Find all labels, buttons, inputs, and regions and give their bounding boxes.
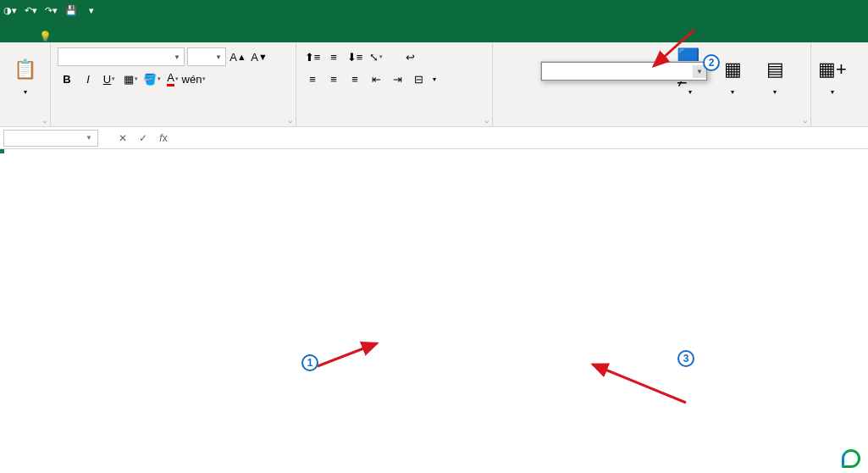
paste-button[interactable]: 📋 ▾ (5, 45, 45, 106)
italic-button[interactable]: I (79, 70, 97, 88)
ribbon-tabs: 💡 (0, 21, 868, 42)
align-right-icon[interactable]: ≡ (346, 70, 364, 88)
table-format-icon: ▦ (719, 56, 746, 83)
phonetic-button[interactable]: wén (185, 70, 203, 88)
group-label-clipboard (0, 124, 50, 126)
callout-2: 2 (703, 54, 720, 71)
cancel-icon[interactable]: ✕ (113, 130, 132, 147)
number-format-dropdown: ▼ (540, 61, 708, 81)
tell-me[interactable]: 💡 (39, 31, 56, 42)
autosave-icon[interactable]: ◑▾ (3, 4, 17, 18)
group-label-alignment (296, 124, 492, 126)
title-bar: ◑▾ ↶▾ ↷▾ 💾 ▾ (0, 0, 868, 21)
qat-more-icon[interactable]: ▾ (85, 4, 98, 18)
spreadsheet-grid[interactable] (0, 149, 868, 431)
ribbon: 📋 ▾ ▼ ▼ A▲ A▼ B I U ▦ (0, 42, 868, 127)
font-size-select[interactable]: ▼ (187, 47, 226, 66)
wrap-icon: ↩ (401, 47, 419, 66)
redo-icon[interactable]: ↷▾ (44, 4, 58, 18)
indent-inc-icon[interactable]: ⇥ (388, 70, 406, 88)
align-middle-icon[interactable]: ≡ (324, 47, 343, 66)
tab-file[interactable] (0, 33, 24, 42)
border-button[interactable]: ▦ (121, 70, 140, 88)
number-format-select[interactable]: ▼ (541, 62, 707, 81)
align-center-icon[interactable]: ≡ (324, 70, 343, 88)
insert-cells-button[interactable]: ▦+ ▾ (816, 45, 849, 106)
fill-color-button[interactable]: 🪣 (142, 70, 161, 88)
bold-button[interactable]: B (58, 70, 76, 88)
bulb-icon: 💡 (39, 31, 52, 42)
indent-dec-icon[interactable]: ⇤ (367, 70, 385, 88)
group-label-styles (664, 124, 810, 126)
callout-1: 1 (301, 354, 318, 371)
decrease-font-icon[interactable]: A▼ (250, 47, 268, 66)
callout-3: 3 (677, 350, 694, 367)
logo-icon (842, 449, 860, 468)
name-box[interactable]: ▼ (3, 130, 98, 147)
fill-handle[interactable] (0, 149, 4, 153)
insert-cells-icon: ▦+ (819, 56, 846, 83)
align-left-icon[interactable]: ≡ (303, 70, 322, 88)
increase-font-icon[interactable]: A▲ (229, 47, 247, 66)
cell-styles-button[interactable]: ▤ ▾ (754, 45, 796, 106)
formula-bar: ▼ ✕ ✓ fx (0, 127, 868, 149)
align-bottom-icon[interactable]: ⬇≡ (346, 47, 364, 66)
fx-icon[interactable]: fx (154, 130, 173, 147)
clipboard-icon: 📋 (12, 56, 39, 83)
undo-icon[interactable]: ↶▾ (24, 4, 37, 18)
format-as-table-button[interactable]: ▦ ▾ (711, 45, 754, 106)
quick-access-toolbar: ◑▾ ↶▾ ↷▾ 💾 ▾ (3, 4, 98, 18)
enter-icon[interactable]: ✓ (134, 130, 152, 147)
group-label-font (51, 124, 296, 126)
font-name-select[interactable]: ▼ (58, 47, 185, 66)
merge-icon: ⊟ (409, 70, 428, 88)
underline-button[interactable]: U (100, 70, 119, 88)
save-icon[interactable]: 💾 (64, 4, 78, 18)
align-top-icon[interactable]: ⬆≡ (303, 47, 322, 66)
orientation-icon[interactable]: ⤡ (367, 47, 385, 66)
cell-styles-icon: ▤ (761, 56, 788, 83)
watermark (842, 449, 863, 468)
font-color-button[interactable]: A (163, 70, 182, 88)
